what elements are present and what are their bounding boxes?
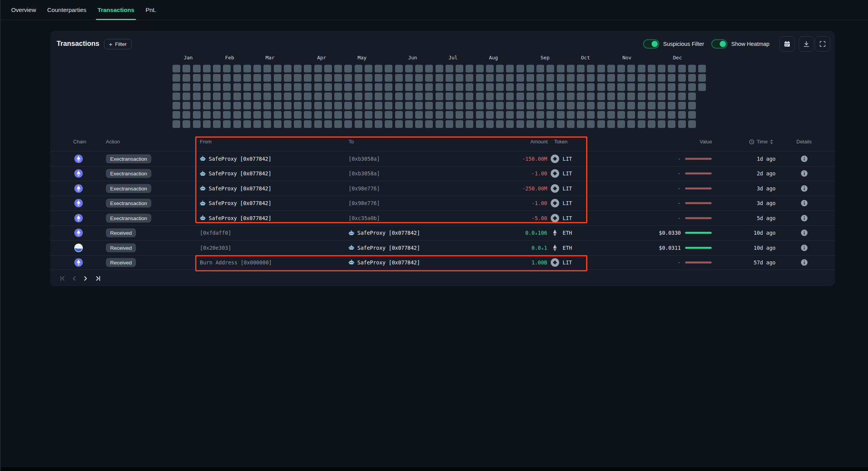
heatmap-cell[interactable] [183,83,190,91]
column-header-time[interactable]: Time [749,139,773,145]
heatmap-cell[interactable] [274,65,282,72]
heatmap-cell[interactable] [324,74,332,82]
heatmap-cell[interactable] [526,102,534,109]
heatmap-cell[interactable] [274,83,282,91]
heatmap-cell[interactable] [658,93,665,100]
heatmap-cell[interactable] [284,83,292,91]
heatmap-cell[interactable] [334,83,342,91]
heatmap-cell[interactable] [344,120,352,128]
heatmap-cell[interactable] [476,120,484,128]
heatmap-cell[interactable] [466,93,473,100]
heatmap-cell[interactable] [526,65,534,72]
heatmap-cell[interactable] [516,74,524,82]
heatmap-cell[interactable] [496,83,504,91]
heatmap-cell[interactable] [314,74,322,82]
heatmap-cell[interactable] [536,65,544,72]
heatmap-cell[interactable] [425,102,433,109]
heatmap-cell[interactable] [405,74,413,82]
heatmap-cell[interactable] [668,120,675,128]
heatmap-cell[interactable] [294,102,302,109]
heatmap-cell[interactable] [355,74,362,82]
heatmap-cell[interactable] [688,102,696,109]
heatmap-cell[interactable] [436,74,443,82]
heatmap-cell[interactable] [587,120,595,128]
heatmap-cell[interactable] [314,83,322,91]
heatmap-cell[interactable] [213,120,221,128]
heatmap-cell[interactable] [233,111,241,119]
heatmap-cell[interactable] [506,65,514,72]
heatmap-cell[interactable] [446,65,453,72]
heatmap-cell[interactable] [405,111,413,119]
heatmap-cell[interactable] [597,111,605,119]
heatmap-cell[interactable] [203,83,211,91]
heatmap-cell[interactable] [456,111,463,119]
heatmap-cell[interactable] [627,74,635,82]
heatmap-cell[interactable] [385,83,392,91]
heatmap-cell[interactable] [496,120,504,128]
heatmap-cell[interactable] [324,102,332,109]
heatmap-cell[interactable] [395,65,403,72]
heatmap-cell[interactable] [304,102,312,109]
heatmap-cell[interactable] [213,65,221,72]
suspicious-filter-toggle[interactable] [643,39,659,49]
heatmap-cell[interactable] [284,111,292,119]
heatmap-cell[interactable] [334,93,342,100]
calendar-button[interactable] [779,36,795,52]
heatmap-cell[interactable] [213,93,221,100]
heatmap-cell[interactable] [253,93,261,100]
heatmap-cell[interactable] [678,120,686,128]
heatmap-cell[interactable] [415,83,423,91]
heatmap-cell[interactable] [203,74,211,82]
heatmap-cell[interactable] [385,102,392,109]
heatmap-cell[interactable] [648,93,655,100]
heatmap-cell[interactable] [607,74,615,82]
heatmap-cell[interactable] [466,83,473,91]
heatmap-cell[interactable] [314,102,322,109]
heatmap-cell[interactable] [193,93,201,100]
heatmap-cell[interactable] [597,120,605,128]
heatmap-cell[interactable] [375,83,382,91]
heatmap-cell[interactable] [466,74,473,82]
heatmap-cell[interactable] [526,74,534,82]
heatmap-cell[interactable] [243,102,251,109]
heatmap-cell[interactable] [274,111,282,119]
heatmap-cell[interactable] [536,93,544,100]
prev-page-button[interactable] [69,273,79,284]
heatmap-cell[interactable] [446,102,453,109]
heatmap-cell[interactable] [658,120,665,128]
heatmap-cell[interactable] [365,111,372,119]
heatmap-cell[interactable] [678,83,686,91]
heatmap-cell[interactable] [304,120,312,128]
heatmap-cell[interactable] [233,74,241,82]
heatmap-cell[interactable] [263,93,271,100]
heatmap-cell[interactable] [395,93,403,100]
heatmap-cell[interactable] [648,83,655,91]
heatmap-cell[interactable] [688,93,696,100]
heatmap-cell[interactable] [223,83,231,91]
heatmap-cell[interactable] [638,120,645,128]
heatmap-cell[interactable] [587,102,595,109]
details-info-button[interactable] [801,185,808,192]
heatmap-cell[interactable] [274,74,282,82]
heatmap-cell[interactable] [688,74,696,82]
heatmap-cell[interactable] [577,111,585,119]
heatmap-cell[interactable] [395,83,403,91]
heatmap-cell[interactable] [415,102,423,109]
heatmap-cell[interactable] [486,65,494,72]
heatmap-cell[interactable] [506,83,514,91]
heatmap-cell[interactable] [627,83,635,91]
heatmap-cell[interactable] [587,74,595,82]
heatmap-cell[interactable] [223,93,231,100]
heatmap-cell[interactable] [405,93,413,100]
heatmap-cell[interactable] [658,111,665,119]
heatmap-cell[interactable] [324,120,332,128]
heatmap-cell[interactable] [577,93,585,100]
heatmap-cell[interactable] [395,74,403,82]
heatmap-cell[interactable] [587,111,595,119]
heatmap-cell[interactable] [516,102,524,109]
heatmap-cell[interactable] [536,120,544,128]
heatmap-cell[interactable] [173,65,180,72]
heatmap-cell[interactable] [496,93,504,100]
heatmap-cell[interactable] [253,120,261,128]
heatmap-cell[interactable] [365,74,372,82]
